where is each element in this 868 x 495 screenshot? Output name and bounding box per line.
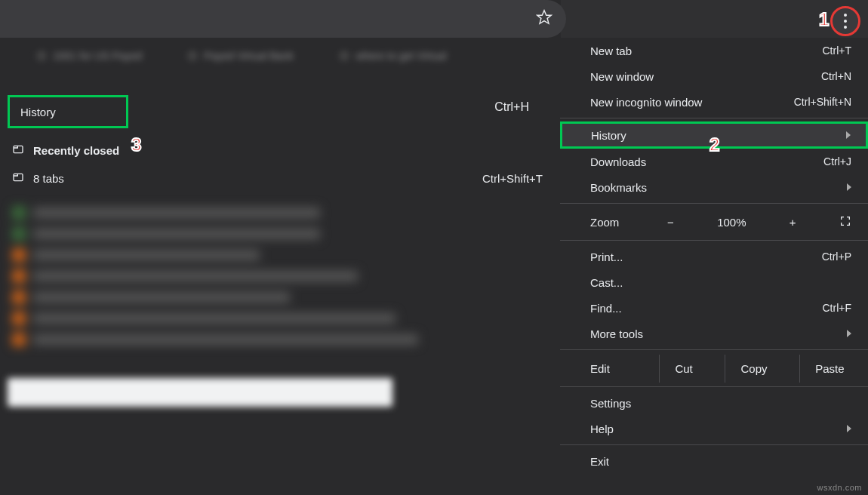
menu-incognito[interactable]: New incognito windowCtrl+Shift+N: [560, 89, 868, 115]
annotation-2: 2: [709, 134, 719, 155]
annotation-1: 1: [819, 9, 829, 30]
tab-icon: [12, 171, 24, 186]
star-icon[interactable]: [536, 9, 553, 29]
menu-cast[interactable]: Cast...: [560, 269, 868, 295]
watermark-text: wsxdn.com: [817, 483, 862, 492]
annotation-3: 3: [131, 134, 141, 155]
chrome-main-menu: New tabCtrl+T New windowCtrl+N New incog…: [560, 38, 868, 474]
menu-zoom: Zoom − 100% +: [560, 207, 868, 237]
tab-icon: [12, 143, 24, 158]
kebab-menu-button[interactable]: [830, 6, 860, 36]
edit-cut[interactable]: Cut: [659, 355, 707, 383]
zoom-in-button[interactable]: +: [790, 216, 796, 229]
bookmarks-bar: 1001 for US Payed Payed Virtual Bank whe…: [0, 42, 561, 69]
svg-marker-0: [537, 11, 551, 23]
address-bar[interactable]: [0, 0, 566, 38]
bookmark-item[interactable]: 1001 for US Payed: [36, 50, 142, 62]
edit-paste[interactable]: Paste: [799, 355, 859, 383]
history-label: History: [20, 106, 56, 118]
favicon-icon: [339, 51, 349, 61]
zoom-value: 100%: [717, 216, 746, 229]
history-submenu: History Ctrl+H Recently closed 8 tabs Ct…: [0, 75, 561, 407]
eight-tabs-item[interactable]: 8 tabs Ctrl+Shift+T: [0, 162, 561, 194]
menu-help[interactable]: Help: [560, 416, 868, 441]
recently-closed-header: Recently closed: [0, 139, 561, 162]
shortcut-text: Ctrl+Shift+T: [482, 172, 543, 185]
menu-more-tools[interactable]: More tools: [560, 321, 868, 346]
menu-edit: Edit Cut Copy Paste: [560, 353, 868, 383]
menu-exit[interactable]: Exit: [560, 448, 868, 474]
history-entry[interactable]: [12, 269, 549, 283]
menu-find[interactable]: Find...Ctrl+F: [560, 295, 868, 321]
blurred-bar: [8, 378, 392, 407]
history-entry[interactable]: [12, 312, 549, 325]
menu-print[interactable]: Print...Ctrl+P: [560, 244, 868, 269]
edit-copy[interactable]: Copy: [725, 355, 782, 383]
history-entry[interactable]: [12, 227, 549, 241]
history-entry[interactable]: [12, 333, 549, 346]
zoom-out-button[interactable]: −: [667, 216, 674, 229]
bookmark-item[interactable]: where to get Virtual: [339, 50, 446, 62]
favicon-icon: [36, 51, 47, 61]
recent-history-list: [0, 194, 561, 358]
history-entry[interactable]: [12, 206, 549, 220]
history-entry[interactable]: [12, 291, 549, 304]
history-entry[interactable]: [12, 248, 549, 262]
menu-bookmarks[interactable]: Bookmarks: [560, 174, 868, 200]
history-shortcut: Ctrl+H: [494, 100, 561, 114]
menu-settings[interactable]: Settings: [560, 390, 868, 416]
history-open-item[interactable]: History: [8, 95, 128, 128]
menu-new-window[interactable]: New windowCtrl+N: [560, 63, 868, 89]
favicon-icon: [187, 51, 198, 61]
menu-new-tab[interactable]: New tabCtrl+T: [560, 38, 868, 63]
bookmark-item[interactable]: Payed Virtual Bank: [187, 50, 294, 62]
vertical-dots-icon: [844, 14, 847, 29]
fullscreen-icon[interactable]: [839, 215, 851, 229]
